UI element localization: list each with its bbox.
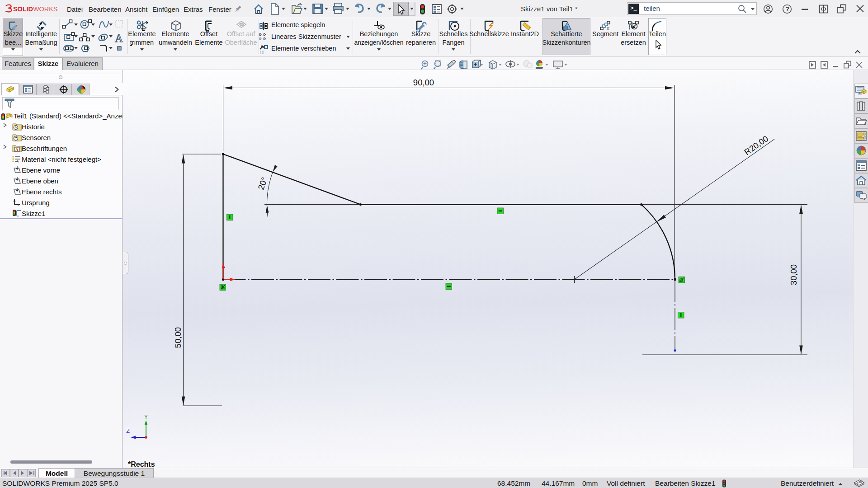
svg-text:Teil1 (Standard) <<Standard>_A: Teil1 (Standard) <<Standard>_Anzei <box>14 112 123 120</box>
svg-text:A: A <box>15 147 19 152</box>
svg-text:Y: Y <box>144 414 148 420</box>
svg-text:30,00: 30,00 <box>789 264 798 285</box>
svg-text:Ebene oben: Ebene oben <box>22 177 58 185</box>
svg-text:Historie: Historie <box>22 123 45 131</box>
svg-text:90,00: 90,00 <box>413 78 434 87</box>
svg-text:Sensoren: Sensoren <box>22 134 51 141</box>
svg-text:SOLIDWORKS: SOLIDWORKS <box>13 5 57 13</box>
svg-text:Material <nicht festgelegt>: Material <nicht festgelegt> <box>22 155 101 163</box>
svg-text:*Rechts: *Rechts <box>128 460 155 468</box>
svg-text:Ursprung: Ursprung <box>22 199 50 206</box>
svg-text:A: A <box>115 32 123 44</box>
svg-text:Ebene vorne: Ebene vorne <box>22 166 60 174</box>
svg-text:Z: Z <box>126 428 130 434</box>
svg-text:20°: 20° <box>256 176 269 191</box>
svg-text:Ebene rechts: Ebene rechts <box>22 188 61 196</box>
svg-text:?: ? <box>786 5 790 13</box>
svg-text:50,00: 50,00 <box>173 327 183 348</box>
svg-text:Beschriftungen: Beschriftungen <box>22 145 67 152</box>
svg-text:Skizze1: Skizze1 <box>22 210 46 217</box>
